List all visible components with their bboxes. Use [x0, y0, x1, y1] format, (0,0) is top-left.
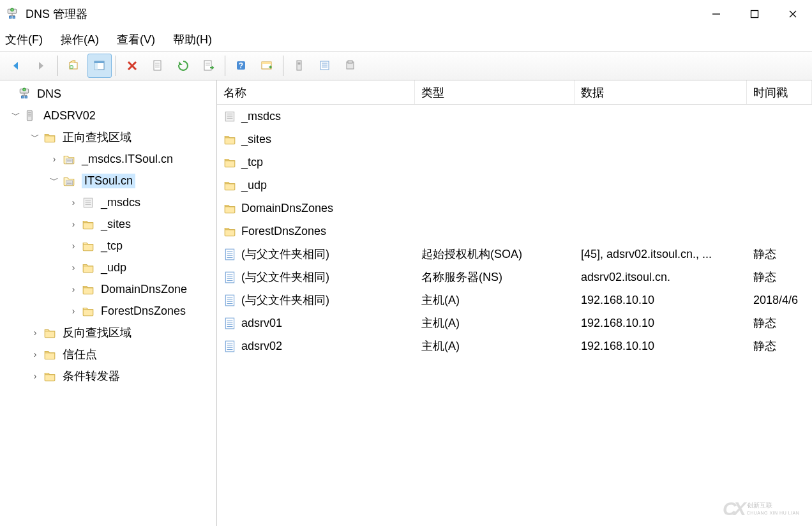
tree-node-dns-root[interactable]: ▶ DNS	[0, 83, 216, 105]
toolbar-separator	[57, 56, 58, 76]
list-row[interactable]: _msdcs	[217, 105, 812, 128]
zone-icon	[61, 173, 77, 188]
cell-name: adsrv01	[217, 315, 415, 331]
cell-name: (与父文件夹相同)	[217, 269, 415, 285]
menu-help[interactable]: 帮助(H)	[173, 32, 212, 47]
list-header: 名称 类型 数据 时间戳	[217, 80, 812, 105]
list-row[interactable]: _sites	[217, 128, 812, 151]
cell-name: _tcp	[217, 154, 415, 170]
tree-node-label: ADSRV02	[43, 109, 96, 123]
folder-icon	[42, 368, 57, 384]
row-name-text: _sites	[241, 133, 271, 146]
new-record-button[interactable]	[313, 54, 337, 78]
list-panel: 名称 类型 数据 时间戳 _msdcs_sites_tcp_udpDomainD…	[217, 80, 812, 526]
console-button[interactable]	[255, 54, 279, 78]
column-header-type[interactable]: 类型	[415, 80, 575, 104]
tree-node-zone-itsoul[interactable]: ﹀ ITSoul.cn	[0, 170, 216, 192]
tree-node-server[interactable]: ﹀ ADSRV02	[0, 105, 216, 126]
server-button[interactable]	[287, 54, 312, 78]
record-icon	[222, 269, 237, 285]
record-icon	[222, 292, 237, 308]
tree-node-sub-msdcs[interactable]: › _msdcs	[0, 192, 216, 213]
row-name-text: (与父文件夹相同)	[241, 292, 329, 308]
tree-node-label: _sites	[101, 218, 131, 231]
delete-button[interactable]	[120, 54, 144, 78]
nav-back-button[interactable]	[4, 54, 28, 78]
list-row[interactable]: _udp	[217, 174, 812, 197]
list-row[interactable]: adsrv01主机(A)192.168.10.10静态	[217, 312, 812, 334]
list-row[interactable]: adsrv02主机(A)192.168.10.10静态	[217, 334, 812, 357]
tree-node-zone-msdcs[interactable]: › _msdcs.ITSoul.cn	[0, 148, 216, 170]
properties-button[interactable]	[146, 54, 170, 78]
row-name-text: ForestDnsZones	[241, 225, 326, 238]
nav-forward-button[interactable]	[29, 54, 54, 78]
export-list-button[interactable]	[197, 54, 221, 78]
tree-node-sub-tcp[interactable]: › _tcp	[0, 235, 216, 257]
folder-icon	[222, 177, 237, 193]
list-row[interactable]: (与父文件夹相同)起始授权机构(SOA)[45], adsrv02.itsoul…	[217, 243, 812, 266]
maximize-button[interactable]	[735, 0, 774, 28]
tree-node-label: _msdcs.ITSoul.cn	[82, 153, 173, 166]
toolbar-separator	[225, 56, 225, 76]
cell-name: adsrv02	[217, 338, 415, 354]
new-window-button[interactable]	[62, 54, 86, 78]
cell-timestamp: 静态	[747, 269, 812, 285]
tree-node-trust-points[interactable]: › 信任点	[0, 343, 216, 365]
watermark-text: 创新互联 CHUANG XIN HU LIAN	[747, 502, 800, 516]
tree-node-label: _udp	[101, 261, 126, 274]
tree-node-sub-forest-dns[interactable]: › ForestDnsZones	[0, 300, 216, 322]
folder-icon	[80, 260, 96, 275]
list-row[interactable]: (与父文件夹相同)主机(A)192.168.10.102018/4/6	[217, 289, 812, 312]
tree-node-sub-domain-dns[interactable]: › DomainDnsZone	[0, 278, 216, 300]
cell-type: 起始授权机构(SOA)	[415, 246, 575, 262]
minimize-button[interactable]	[697, 0, 735, 28]
list-row[interactable]: _tcp	[217, 151, 812, 174]
record-icon	[222, 338, 237, 354]
list-row[interactable]: (与父文件夹相同)名称服务器(NS)adsrv02.itsoul.cn.静态	[217, 266, 812, 289]
tree-node-label: _tcp	[101, 239, 123, 253]
list-row[interactable]: ForestDnsZones	[217, 220, 812, 243]
column-header-timestamp[interactable]: 时间戳	[747, 80, 812, 104]
toolbar-separator	[116, 56, 116, 76]
refresh-button[interactable]	[171, 54, 195, 78]
folder-icon	[42, 325, 57, 340]
tree-node-label: 条件转发器	[63, 368, 120, 384]
window-title: DNS 管理器	[26, 6, 87, 22]
tree-node-reverse-zones[interactable]: › 反向查找区域	[0, 322, 216, 343]
row-name-text: DomainDnsZones	[241, 202, 333, 215]
tree-node-sub-udp[interactable]: › _udp	[0, 257, 216, 278]
toolbar	[0, 51, 812, 80]
menubar: 文件(F) 操作(A) 查看(V) 帮助(H)	[0, 28, 812, 51]
tree-node-sub-sites[interactable]: › _sites	[0, 213, 216, 235]
server-config-button[interactable]	[338, 54, 363, 78]
window-controls	[697, 0, 812, 28]
row-name-text: (与父文件夹相同)	[241, 246, 329, 262]
help-button[interactable]	[229, 54, 253, 78]
folder-icon	[222, 154, 237, 170]
tree-node-conditional-forwarders[interactable]: › 条件转发器	[0, 365, 216, 387]
row-name-text: adsrv02	[241, 340, 282, 353]
menu-action[interactable]: 操作(A)	[61, 32, 99, 47]
cell-name: (与父文件夹相同)	[217, 292, 415, 308]
list-row[interactable]: DomainDnsZones	[217, 197, 812, 220]
cell-name: _msdcs	[217, 109, 415, 124]
close-button[interactable]	[774, 0, 812, 28]
cell-name: DomainDnsZones	[217, 200, 415, 216]
cell-data: 192.168.10.10	[575, 317, 747, 330]
zone-tag-icon	[80, 195, 96, 210]
watermark-mark: CX	[723, 498, 743, 520]
zone-tag-icon	[222, 109, 237, 124]
menu-view[interactable]: 查看(V)	[117, 32, 155, 47]
app-icon	[5, 7, 19, 21]
tree-node-label: 信任点	[63, 347, 97, 362]
column-header-name[interactable]: 名称	[217, 80, 415, 104]
menu-file[interactable]: 文件(F)	[5, 32, 43, 47]
tree-panel: ▶ DNS ﹀ ADSRV02 ﹀ 正向查找区域 › _msdcs.ITSoul…	[0, 80, 217, 526]
show-panel-button[interactable]	[87, 54, 112, 78]
cell-timestamp: 静态	[747, 246, 812, 262]
folder-icon	[80, 303, 96, 319]
tree-node-forward-zones[interactable]: ﹀ 正向查找区域	[0, 126, 216, 148]
column-header-data[interactable]: 数据	[575, 80, 747, 104]
tree-node-label: ForestDnsZones	[101, 304, 186, 318]
cell-timestamp: 2018/4/6	[747, 294, 812, 307]
